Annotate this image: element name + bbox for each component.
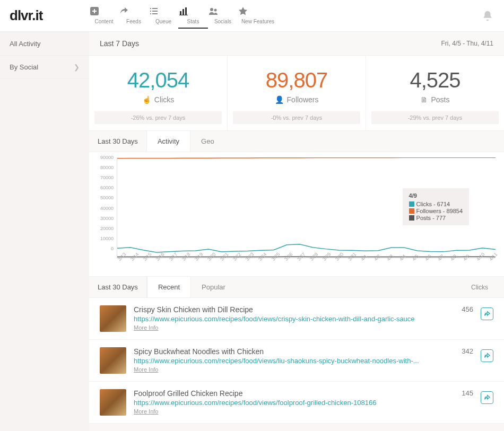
post-thumbnail[interactable] xyxy=(100,347,126,374)
notifications-button[interactable] xyxy=(482,10,493,22)
post-info: Crispy Skin Chicken with Dill Recipehttp… xyxy=(134,305,439,331)
star-icon xyxy=(238,6,278,17)
list-icon xyxy=(149,6,178,17)
tab-popular[interactable]: Popular xyxy=(191,277,236,297)
tab-geo[interactable]: Geo xyxy=(190,131,225,152)
nav-content[interactable]: Content xyxy=(89,3,119,29)
top-bar: dlvr.it Content Feeds Queue Stats Social… xyxy=(0,0,504,32)
activity-chart: 0100002000030000400005000060000700008000… xyxy=(89,152,504,277)
stat-label: Clicks xyxy=(154,95,174,104)
chart-range-label: Last 30 Days xyxy=(89,131,147,152)
legend-swatch-followers xyxy=(409,208,414,214)
bar-chart-icon xyxy=(178,6,208,17)
share-arrow-icon xyxy=(483,352,491,359)
chevron-right-icon: ❯ xyxy=(74,63,80,71)
nav-queue[interactable]: Queue xyxy=(149,3,178,29)
main-content: Last 7 Days Fri, 4/5 - Thu, 4/11 42,054 … xyxy=(89,32,504,431)
logo[interactable]: dlvr.it xyxy=(0,7,89,24)
more-info-link[interactable]: More Info xyxy=(134,366,158,373)
post-info: Spicy Buckwheat Noodles with Chickenhttp… xyxy=(134,347,439,373)
chart-tooltip: 4/9 Clicks - 6714 Followers - 89854 Post… xyxy=(403,188,469,225)
posts-list: Crispy Skin Chicken with Dill Recipehttp… xyxy=(89,298,504,424)
share-button[interactable] xyxy=(481,307,493,320)
sidebar: All Activity By Social ❯ xyxy=(0,32,89,431)
stat-label: Posts xyxy=(431,95,449,104)
legend-swatch-posts xyxy=(409,215,414,221)
posts-tabs: Last 30 Days Recent Popular Clicks xyxy=(89,277,504,298)
post-click-count: 145 xyxy=(447,389,473,397)
svg-rect-8 xyxy=(183,9,184,15)
svg-rect-5 xyxy=(150,13,151,14)
nav-socials[interactable]: Socials xyxy=(208,3,238,29)
plus-square-icon xyxy=(89,6,119,17)
post-url[interactable]: https://www.epicurious.com/recipes/food/… xyxy=(134,399,439,407)
tooltip-posts: Posts - 777 xyxy=(416,215,446,221)
sidebar-item-by-social[interactable]: By Social ❯ xyxy=(0,56,89,79)
post-title: Spicy Buckwheat Noodles with Chicken xyxy=(134,347,439,356)
svg-point-12 xyxy=(214,9,217,12)
chart-plot: 4/9 Clicks - 6714 Followers - 89854 Post… xyxy=(117,157,496,258)
share-button[interactable] xyxy=(481,349,493,362)
post-click-count: 456 xyxy=(447,305,473,313)
nav-new-features[interactable]: New Features xyxy=(238,3,278,29)
sidebar-item-label: By Social xyxy=(10,63,38,71)
stat-posts: 4,525 🗎Posts -29% vs. prev 7 days xyxy=(366,56,504,130)
post-title: Foolproof Grilled Chicken Recipe xyxy=(134,389,439,398)
range-label: Last 7 Days xyxy=(100,39,139,48)
more-info-link[interactable]: More Info xyxy=(134,324,158,331)
bell-icon xyxy=(482,10,493,22)
tab-recent[interactable]: Recent xyxy=(147,277,191,297)
tab-activity[interactable]: Activity xyxy=(147,131,190,152)
document-icon: 🗎 xyxy=(420,95,428,104)
tooltip-date: 4/9 xyxy=(409,192,463,199)
svg-rect-4 xyxy=(152,11,158,12)
stat-clicks: 42,054 ☝Clicks -26% vs. prev 7 days xyxy=(89,56,228,130)
stat-followers: 89,807 👤Followers -0% vs. prev 7 days xyxy=(228,56,366,130)
range-header: Last 7 Days Fri, 4/5 - Thu, 4/11 xyxy=(89,32,504,56)
share-arrow-icon xyxy=(119,6,149,17)
nav-feeds[interactable]: Feeds xyxy=(119,3,149,29)
post-row: Spicy Buckwheat Noodles with Chickenhttp… xyxy=(89,340,504,382)
date-range: Fri, 4/5 - Thu, 4/11 xyxy=(441,40,494,47)
users-icon xyxy=(208,6,238,17)
summary-stats: 42,054 ☝Clicks -26% vs. prev 7 days 89,8… xyxy=(89,56,504,131)
more-info-link[interactable]: More Info xyxy=(134,408,158,415)
sidebar-item-label: All Activity xyxy=(10,40,41,48)
share-arrow-icon xyxy=(483,394,491,401)
post-row: Crispy Skin Chicken with Dill Recipehttp… xyxy=(89,298,504,340)
post-info: Foolproof Grilled Chicken Recipehttps://… xyxy=(134,389,439,415)
svg-rect-7 xyxy=(180,11,181,15)
post-url[interactable]: https://www.epicurious.com/recipes/food/… xyxy=(134,357,439,365)
post-title: Crispy Skin Chicken with Dill Recipe xyxy=(134,305,439,314)
top-nav: Content Feeds Queue Stats Socials New Fe… xyxy=(89,3,278,29)
post-thumbnail[interactable] xyxy=(100,389,126,416)
post-thumbnail[interactable] xyxy=(100,305,126,332)
svg-rect-2 xyxy=(152,8,158,9)
nav-stats[interactable]: Stats xyxy=(178,3,208,29)
post-click-count: 342 xyxy=(447,347,473,355)
tooltip-followers: Followers - 89854 xyxy=(416,208,463,214)
stat-label: Followers xyxy=(287,95,319,104)
x-axis-labels: 3/133/143/153/163/173/183/193/203/213/22… xyxy=(117,258,496,263)
svg-rect-3 xyxy=(150,11,151,12)
share-arrow-icon xyxy=(483,310,491,318)
chart-tabs: Last 30 Days Activity Geo xyxy=(89,131,504,152)
svg-rect-1 xyxy=(150,8,151,9)
svg-rect-10 xyxy=(179,15,188,15)
tooltip-clicks: Clicks - 6714 xyxy=(416,201,450,207)
post-url[interactable]: https://www.epicurious.com/recipes/food/… xyxy=(134,315,439,323)
posts-metric-header: Clicks xyxy=(471,284,504,291)
pointer-icon: ☝ xyxy=(142,95,151,104)
stat-value: 42,054 xyxy=(94,68,222,92)
user-icon: 👤 xyxy=(275,95,284,104)
stat-delta: -0% vs. prev 7 days xyxy=(233,111,360,124)
sidebar-item-all-activity[interactable]: All Activity xyxy=(0,32,89,56)
post-row: Foolproof Grilled Chicken Recipehttps://… xyxy=(89,382,504,424)
svg-point-11 xyxy=(210,8,213,11)
stat-delta: -29% vs. prev 7 days xyxy=(371,111,499,124)
stat-value: 89,807 xyxy=(233,68,360,92)
posts-range-label: Last 30 Days xyxy=(89,277,147,297)
stat-delta: -26% vs. prev 7 days xyxy=(94,111,222,124)
svg-rect-9 xyxy=(185,7,187,15)
share-button[interactable] xyxy=(481,391,493,404)
